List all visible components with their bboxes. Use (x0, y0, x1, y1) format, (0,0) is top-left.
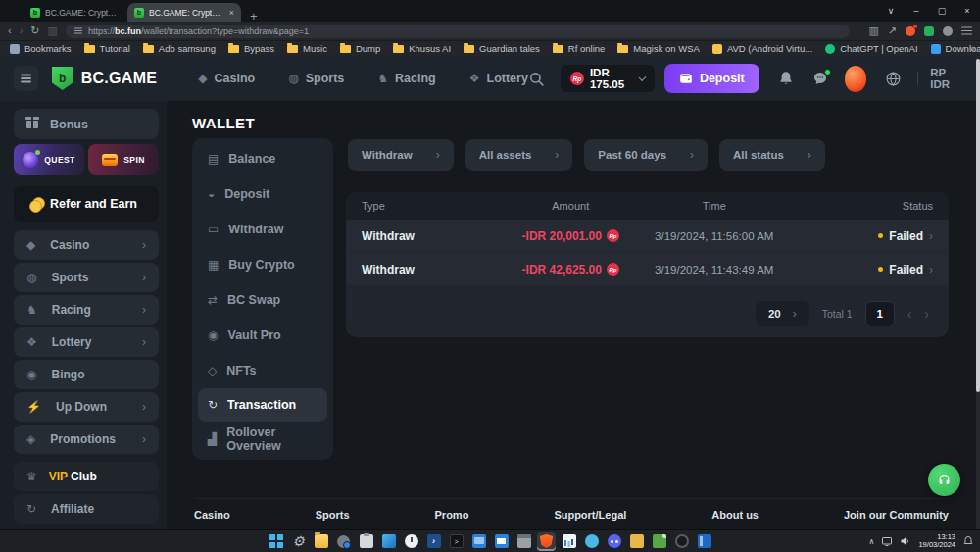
taskbar-app[interactable] (334, 532, 353, 551)
taskbar-app[interactable] (402, 532, 420, 551)
wallet-nav-item[interactable]: Buy Crypto (192, 247, 333, 282)
site-settings-icon[interactable] (74, 30, 82, 31)
footer-link[interactable]: Join our Community (844, 509, 949, 521)
support-chat-button[interactable] (928, 464, 960, 496)
taskbar-app[interactable] (560, 532, 578, 551)
speaker-icon[interactable] (900, 535, 911, 547)
bookmark-item[interactable]: Adb samsung (143, 43, 216, 54)
language-globe-icon[interactable] (885, 71, 902, 87)
wallet-nav-item[interactable]: Rollover Overview (192, 422, 333, 457)
tab-close-icon[interactable] (229, 8, 234, 18)
current-page-input[interactable]: 1 (865, 301, 895, 326)
profile-icon[interactable] (943, 26, 953, 36)
chevron-right-icon[interactable] (929, 230, 933, 242)
bookmark-item[interactable]: Magisk on WSA (617, 43, 700, 54)
wallet-nav-item[interactable]: BC Swap (192, 282, 333, 318)
taskbar-app[interactable] (537, 532, 556, 551)
footer-link[interactable]: Casino (194, 509, 230, 521)
taskbar-app[interactable] (650, 532, 668, 551)
share-icon[interactable]: ↗ (888, 25, 897, 36)
taskbar-app[interactable] (424, 532, 443, 551)
forward-icon[interactable]: › (20, 25, 24, 36)
sidebar-item[interactable]: Promotions (14, 425, 159, 454)
taskbar-app[interactable] (289, 532, 308, 551)
chat-icon[interactable] (812, 71, 828, 86)
filter-dropdown[interactable]: All assets (466, 139, 573, 171)
close-button[interactable]: × (955, 0, 980, 22)
bookmark-item[interactable]: Music (287, 43, 327, 54)
scrollbar-thumb[interactable] (976, 59, 980, 392)
filter-dropdown[interactable]: Past 60 days (584, 139, 708, 171)
deposit-button[interactable]: Deposit (664, 64, 760, 93)
top-nav-item[interactable]: Lottery (469, 72, 528, 85)
prev-page-icon[interactable]: ‹ (907, 307, 912, 321)
search-icon[interactable] (528, 71, 545, 87)
sidebar-item[interactable]: Lottery (14, 327, 159, 357)
notifications-bell-icon[interactable] (778, 71, 794, 86)
taskbar-app[interactable] (672, 532, 691, 551)
sidebar-item[interactable]: Sports (14, 263, 159, 292)
filter-dropdown[interactable]: All status (719, 139, 825, 171)
sidebar-item[interactable]: Bingo (14, 360, 159, 389)
filter-dropdown[interactable]: Withdraw (348, 139, 454, 171)
sidebar-item[interactable]: Up Down (14, 392, 159, 422)
bookmark-item[interactable]: Bookmarks (10, 43, 72, 54)
bookmark-item[interactable]: Khusus AI (393, 43, 451, 54)
minimize-button[interactable]: – (904, 0, 929, 22)
taskbar-app[interactable] (469, 532, 488, 551)
wallet-nav-item[interactable]: NFTs (192, 353, 333, 388)
footer-link[interactable]: Support/Legal (554, 509, 626, 521)
browser-menu-icon[interactable] (961, 30, 972, 32)
brave-rewards-icon[interactable] (906, 26, 915, 36)
taskbar-app[interactable] (627, 532, 646, 551)
bookmark-item[interactable]: Guardian tales (464, 43, 540, 54)
currency-label[interactable]: RP IDR (930, 67, 962, 90)
taskbar-app[interactable] (582, 532, 601, 551)
back-icon[interactable]: ‹ (8, 25, 12, 36)
taskbar-app[interactable] (447, 532, 466, 551)
wallet-nav-item[interactable]: Deposit (192, 176, 333, 212)
taskbar-app[interactable] (492, 532, 511, 551)
bookmark-item[interactable]: AVD (Android Virtu... (712, 43, 812, 54)
bookmark-item[interactable]: Tutorial (84, 43, 130, 54)
top-nav-item[interactable]: Casino (198, 72, 255, 85)
new-tab-button[interactable] (250, 12, 258, 22)
sidebar-item[interactable]: VIPClub (14, 462, 159, 491)
wallet-nav-item[interactable]: Vault Pro (192, 318, 333, 353)
display-icon[interactable] (881, 535, 893, 547)
bookmark-item[interactable]: Rf online (553, 43, 606, 54)
taskbar-app[interactable] (379, 532, 398, 551)
taskbar-app[interactable] (312, 532, 330, 551)
brand-logo[interactable]: BC.GAME (52, 67, 158, 90)
extension-icon[interactable] (924, 26, 934, 36)
bookmarks-overflow-icon[interactable] (969, 43, 975, 54)
footer-link[interactable]: Promo (435, 509, 469, 521)
bookmark-item[interactable]: Dump (340, 43, 380, 54)
taskbar-app[interactable] (695, 532, 713, 551)
footer-link[interactable]: Sports (316, 509, 350, 521)
taskbar-app[interactable] (514, 532, 533, 551)
taskbar-app[interactable] (357, 532, 375, 551)
spin-button[interactable]: SPIN (88, 144, 159, 175)
chevron-right-icon[interactable] (929, 264, 933, 276)
url-bar[interactable]: https://bc.fun/wallet/transaction?type=w… (66, 25, 850, 38)
browser-tab-2-active[interactable]: BC.GAME: Crypto Casino Games (127, 3, 241, 22)
maximize-button[interactable]: ▢ (929, 0, 955, 22)
scrollbar-track[interactable] (976, 56, 980, 529)
user-avatar[interactable] (845, 66, 867, 92)
bookmark-item[interactable]: ChatGPT | OpenAI (825, 43, 917, 54)
page-size-selector[interactable]: 20 (756, 301, 809, 326)
taskbar-app[interactable] (605, 532, 623, 551)
table-row[interactable]: Withdraw -IDR 42,625.00 Rp 3/19/2024, 11… (346, 253, 949, 286)
wallet-nav-item[interactable]: Transaction (198, 388, 327, 422)
reload-icon[interactable]: ↻ (30, 25, 39, 36)
wallet-nav-item[interactable]: Balance (192, 141, 333, 176)
side-panel-icon[interactable]: ▥ (868, 25, 878, 36)
top-nav-item[interactable]: Sports (288, 72, 344, 85)
footer-link[interactable]: About us (711, 509, 759, 521)
bonus-button[interactable]: Bonus (14, 109, 159, 139)
notification-bell-icon[interactable] (962, 535, 974, 547)
bookmark-item[interactable]: Bypass (228, 43, 274, 54)
sidebar-item[interactable]: Casino (14, 230, 159, 260)
taskbar-app[interactable] (267, 532, 285, 551)
